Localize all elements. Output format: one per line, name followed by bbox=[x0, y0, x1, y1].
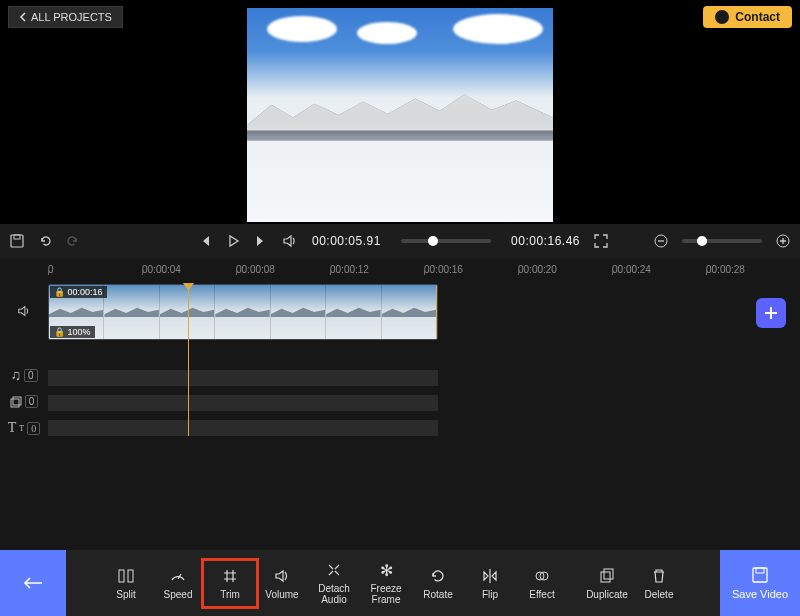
prev-frame-icon[interactable] bbox=[198, 234, 212, 248]
overlay-track-icon[interactable]: 0 bbox=[10, 395, 39, 408]
ruler-tick: 00:00:28 bbox=[706, 264, 745, 275]
svg-rect-1 bbox=[14, 235, 20, 239]
rotate-tool[interactable]: Rotate bbox=[412, 561, 464, 606]
tool-label: Trim bbox=[220, 589, 240, 600]
text-lane[interactable] bbox=[48, 420, 438, 436]
volume-icon bbox=[273, 567, 291, 585]
effect-icon bbox=[533, 567, 551, 585]
next-frame-icon[interactable] bbox=[254, 234, 268, 248]
seek-bar[interactable] bbox=[401, 239, 491, 243]
tool-label: Volume bbox=[265, 589, 298, 600]
trash-icon bbox=[650, 567, 668, 585]
save-video-button[interactable]: Save Video bbox=[720, 550, 800, 616]
svg-rect-12 bbox=[753, 568, 767, 582]
time-ruler[interactable]: 0 00:00:04 00:00:08 00:00:12 00:00:16 00… bbox=[48, 258, 800, 280]
fullscreen-icon[interactable] bbox=[594, 234, 608, 248]
video-clip[interactable]: 🔒 00:00:16 🔒 100% bbox=[48, 284, 438, 340]
split-icon bbox=[117, 567, 135, 585]
play-icon[interactable] bbox=[226, 234, 240, 248]
text-track-icon[interactable]: TT 0 bbox=[8, 420, 40, 436]
ruler-tick: 00:00:16 bbox=[424, 264, 463, 275]
svg-rect-13 bbox=[756, 568, 764, 573]
svg-rect-10 bbox=[601, 572, 610, 582]
clip-speed-label: 🔒 100% bbox=[50, 326, 95, 338]
undo-icon[interactable] bbox=[38, 234, 52, 248]
freeze-frame-tool[interactable]: ✻ Freeze Frame bbox=[360, 555, 412, 611]
ruler-tick: 0 bbox=[48, 264, 54, 275]
ruler-tick: 00:00:20 bbox=[518, 264, 557, 275]
transport-bar: 00:00:05.91 00:00:16.46 bbox=[0, 224, 800, 258]
ruler-tick: 00:00:08 bbox=[236, 264, 275, 275]
chevron-left-icon bbox=[19, 12, 27, 22]
ruler-tick: 00:00:24 bbox=[612, 264, 651, 275]
svg-rect-0 bbox=[11, 235, 23, 247]
speed-icon bbox=[169, 567, 187, 585]
bottom-toolbar: Split Speed Trim Volume Detach Audio ✻ F… bbox=[0, 550, 800, 616]
svg-rect-5 bbox=[13, 397, 21, 405]
snowflake-icon: ✻ bbox=[380, 561, 393, 579]
clip-duration-label: 🔒 00:00:16 bbox=[50, 286, 107, 298]
audio-track-icon[interactable] bbox=[17, 304, 31, 318]
music-lane[interactable] bbox=[48, 370, 438, 386]
save-icon[interactable] bbox=[10, 234, 24, 248]
preview-area bbox=[0, 0, 800, 224]
all-projects-button[interactable]: ALL PROJECTS bbox=[8, 6, 123, 28]
trim-tool[interactable]: Trim bbox=[204, 561, 256, 606]
svg-rect-6 bbox=[119, 570, 124, 582]
save-video-label: Save Video bbox=[732, 588, 788, 600]
back-button[interactable] bbox=[0, 550, 66, 616]
duplicate-icon bbox=[598, 567, 616, 585]
delete-tool[interactable]: Delete bbox=[633, 561, 685, 606]
music-track-icon[interactable]: ♫ 0 bbox=[10, 367, 37, 383]
playhead[interactable] bbox=[188, 284, 189, 436]
svg-rect-11 bbox=[604, 569, 613, 579]
all-projects-label: ALL PROJECTS bbox=[31, 11, 112, 23]
effect-tool[interactable]: Effect bbox=[516, 561, 568, 606]
tool-label: Effect bbox=[529, 589, 554, 600]
flip-icon bbox=[481, 567, 499, 585]
flip-tool[interactable]: Flip bbox=[464, 561, 516, 606]
save-video-icon bbox=[751, 566, 769, 584]
detach-audio-tool[interactable]: Detach Audio bbox=[308, 555, 360, 611]
detach-icon bbox=[325, 561, 343, 579]
contact-avatar-icon bbox=[715, 10, 729, 24]
video-preview bbox=[247, 8, 553, 222]
svg-rect-7 bbox=[128, 570, 133, 582]
plus-icon bbox=[763, 305, 779, 321]
rotate-icon bbox=[429, 567, 447, 585]
zoom-in-icon[interactable] bbox=[776, 234, 790, 248]
contact-button[interactable]: Contact bbox=[703, 6, 792, 28]
tool-label: Rotate bbox=[423, 589, 452, 600]
tool-label: Duplicate bbox=[586, 589, 628, 600]
volume-tool[interactable]: Volume bbox=[256, 561, 308, 606]
zoom-slider[interactable] bbox=[682, 239, 762, 243]
tool-label: Freeze Frame bbox=[364, 583, 408, 605]
tool-label: Split bbox=[116, 589, 135, 600]
current-time: 00:00:05.91 bbox=[312, 234, 381, 248]
timeline: 0 00:00:04 00:00:08 00:00:12 00:00:16 00… bbox=[0, 258, 800, 550]
add-media-button[interactable] bbox=[756, 298, 786, 328]
tool-label: Delete bbox=[645, 589, 674, 600]
ruler-tick: 00:00:04 bbox=[142, 264, 181, 275]
ruler-tick: 00:00:12 bbox=[330, 264, 369, 275]
redo-icon bbox=[66, 234, 80, 248]
contact-label: Contact bbox=[735, 10, 780, 24]
tool-label: Flip bbox=[482, 589, 498, 600]
tool-label: Detach Audio bbox=[312, 583, 356, 605]
zoom-out-icon[interactable] bbox=[654, 234, 668, 248]
svg-rect-4 bbox=[11, 399, 19, 407]
speed-tool[interactable]: Speed bbox=[152, 561, 204, 606]
trim-icon bbox=[221, 567, 239, 585]
overlay-lane[interactable] bbox=[48, 395, 438, 411]
total-time: 00:00:16.46 bbox=[511, 234, 580, 248]
mute-icon[interactable] bbox=[282, 234, 298, 248]
duplicate-tool[interactable]: Duplicate bbox=[581, 561, 633, 606]
arrow-left-icon bbox=[23, 576, 43, 590]
tool-label: Speed bbox=[164, 589, 193, 600]
split-tool[interactable]: Split bbox=[100, 561, 152, 606]
